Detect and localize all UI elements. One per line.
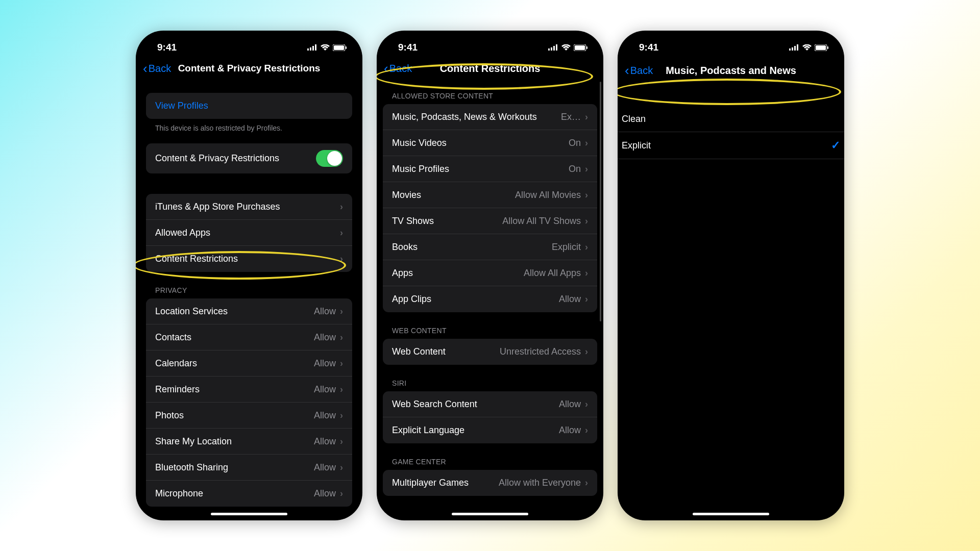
list-item[interactable]: RemindersAllow› [146, 377, 352, 403]
row-label: Share My Location [155, 436, 232, 447]
row-label: Music, Podcasts, News & Workouts [392, 112, 537, 122]
list-item[interactable]: PhotosAllow› [146, 403, 352, 429]
chevron-right-icon: › [340, 358, 343, 369]
row-value: Allow [314, 332, 336, 343]
row-value: Allow [559, 425, 581, 436]
status-time: 9:41 [639, 42, 658, 53]
row-right: Explicit› [552, 242, 588, 253]
row-right: Allow› [559, 425, 588, 436]
row-right: Allow› [559, 294, 588, 305]
status-icons [789, 44, 829, 51]
content-restrictions-row[interactable]: Content Restrictions › [146, 246, 352, 272]
list-item[interactable]: Music, Podcasts, News & WorkoutsEx…› [383, 104, 597, 130]
status-icons [548, 44, 588, 51]
view-profiles-label: View Profiles [155, 101, 208, 111]
back-button[interactable]: ‹ Back [384, 61, 412, 77]
list-item[interactable]: BooksExplicit› [383, 234, 597, 260]
list-item[interactable]: Music ProfilesOn› [383, 156, 597, 182]
phone-screen-3: 9:41 ‹ Back Music, Podcasts and News Cle… [618, 31, 844, 520]
chevron-left-icon: ‹ [384, 61, 388, 77]
content: View Profiles This device is also restri… [136, 93, 362, 507]
row-value: Ex… [561, 112, 581, 122]
status-icons [307, 44, 347, 51]
list-item[interactable]: CalendarsAllow› [146, 350, 352, 377]
status-time: 9:41 [398, 42, 418, 53]
svg-rect-12 [575, 45, 585, 50]
row-right: Allow› [559, 399, 588, 410]
chevron-left-icon: ‹ [143, 61, 148, 77]
svg-rect-10 [556, 44, 557, 51]
list-item[interactable]: App ClipsAllow› [383, 286, 597, 312]
svg-rect-1 [310, 47, 311, 51]
svg-rect-17 [797, 44, 798, 51]
row-value: Explicit [552, 242, 581, 253]
list-item[interactable]: Share My LocationAllow› [146, 429, 352, 455]
row-right: Allow All Movies› [515, 190, 588, 201]
row-value: Allow All Apps [524, 268, 581, 279]
list-item[interactable]: ContactsAllow› [146, 324, 352, 350]
list-item[interactable]: MicrophoneAllow› [146, 481, 352, 507]
back-label: Back [630, 65, 653, 77]
nav-header: ‹ Back Content Restrictions [377, 55, 603, 82]
chevron-right-icon: › [585, 346, 588, 357]
list-item[interactable]: Music VideosOn› [383, 130, 597, 156]
back-button[interactable]: ‹ Back [625, 63, 653, 79]
profiles-group: View Profiles [146, 93, 352, 119]
web-content-header: WEB CONTENT [383, 327, 597, 339]
list-item[interactable]: Web ContentUnrestricted Access› [383, 339, 597, 365]
row-label: Content Restrictions [155, 254, 238, 264]
row-right: On› [569, 164, 588, 174]
chevron-right-icon: › [340, 228, 343, 238]
chevron-right-icon: › [585, 190, 588, 201]
list-item[interactable]: Explicit LanguageAllow› [383, 417, 597, 443]
row-right: Allow› [314, 332, 343, 343]
row-right: Allow› [314, 488, 343, 499]
chevron-right-icon: › [340, 202, 343, 212]
web-content-group: Web ContentUnrestricted Access› [383, 339, 597, 365]
list-item[interactable]: Multiplayer GamesAllow with Everyone› [383, 470, 597, 496]
itunes-row[interactable]: iTunes & App Store Purchases › [146, 194, 352, 220]
allowed-store-group: Music, Podcasts, News & WorkoutsEx…›Musi… [383, 104, 597, 312]
master-toggle-label: Content & Privacy Restrictions [155, 153, 279, 164]
list-item[interactable]: TV ShowsAllow All TV Shows› [383, 208, 597, 234]
chevron-left-icon: ‹ [625, 63, 629, 79]
row-label: Calendars [155, 358, 197, 369]
row-value: Allow All Movies [515, 190, 581, 201]
home-indicator[interactable] [211, 513, 287, 515]
back-button[interactable]: ‹ Back [143, 61, 171, 77]
chevron-right-icon: › [340, 306, 343, 317]
row-value: Allow [314, 410, 336, 421]
row-label: Music Profiles [392, 164, 449, 174]
list-item[interactable]: Web Search ContentAllow› [383, 391, 597, 417]
master-toggle-row[interactable]: Content & Privacy Restrictions [146, 143, 352, 173]
row-value: Allow [314, 436, 336, 447]
scrollbar[interactable] [600, 82, 601, 321]
svg-rect-7 [548, 48, 550, 51]
row-right: Allow› [314, 358, 343, 369]
list-item[interactable]: Location ServicesAllow› [146, 298, 352, 324]
home-indicator[interactable] [452, 513, 528, 515]
wifi-icon [561, 44, 571, 51]
toggle-switch[interactable] [316, 150, 343, 167]
home-indicator[interactable] [693, 513, 769, 515]
list-item[interactable]: Bluetooth SharingAllow› [146, 455, 352, 481]
list-item[interactable]: Explicit✓ [618, 132, 844, 159]
view-profiles-row[interactable]: View Profiles [146, 93, 352, 119]
chevron-right-icon: › [585, 164, 588, 174]
row-right: ✓ [831, 139, 840, 152]
gamecenter-group: Multiplayer GamesAllow with Everyone› [383, 470, 597, 496]
row-label: Music Videos [392, 138, 447, 148]
row-value: Allow [559, 399, 581, 410]
signal-icon [307, 44, 317, 51]
row-right: Allow with Everyone› [499, 478, 588, 488]
svg-rect-16 [794, 46, 796, 51]
chevron-right-icon: › [340, 436, 343, 447]
chevron-right-icon: › [585, 478, 588, 488]
chevron-right-icon: › [340, 410, 343, 421]
row-right: Allow› [314, 462, 343, 473]
allowed-apps-row[interactable]: Allowed Apps › [146, 220, 352, 246]
phone-screen-1: 9:41 ‹ Back Content & Privacy Restrictio… [136, 31, 362, 520]
list-item[interactable]: AppsAllow All Apps› [383, 260, 597, 286]
list-item[interactable]: MoviesAllow All Movies› [383, 182, 597, 208]
list-item[interactable]: Clean [618, 106, 844, 132]
